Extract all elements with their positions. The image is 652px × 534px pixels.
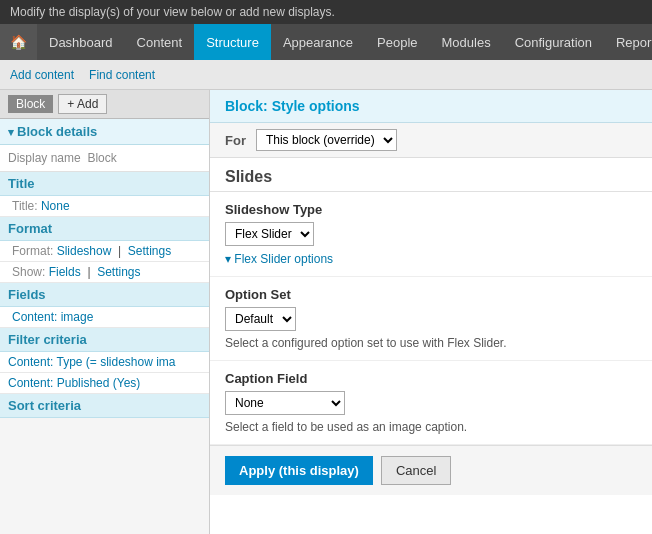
show-value-link[interactable]: Fields bbox=[49, 265, 81, 279]
top-bar-message: Modify the display(s) of your view below… bbox=[10, 5, 335, 19]
title-section[interactable]: Title bbox=[0, 172, 209, 196]
slideshow-type-row: Flex Slider bbox=[225, 222, 637, 246]
panel-title-suffix: Style options bbox=[272, 98, 360, 114]
nav-configuration[interactable]: Configuration bbox=[503, 24, 604, 60]
title-row: Title: None bbox=[0, 196, 209, 217]
caption-field-row: None bbox=[225, 391, 637, 415]
flex-slider-options-link[interactable]: Flex Slider options bbox=[225, 252, 333, 266]
format-section[interactable]: Format bbox=[0, 217, 209, 241]
sidebar-header: Block + Add bbox=[0, 90, 209, 119]
filter-section[interactable]: Filter criteria bbox=[0, 328, 209, 352]
option-set-hint: Select a configured option set to use wi… bbox=[225, 336, 637, 350]
caption-field-group: Caption Field None Select a field to be … bbox=[210, 361, 652, 445]
slideshow-type-group: Slideshow Type Flex Slider Flex Slider o… bbox=[210, 192, 652, 277]
caption-field-label: Caption Field bbox=[225, 371, 637, 386]
display-name-row: Display name Block bbox=[0, 145, 209, 172]
option-set-group: Option Set Default Select a configured o… bbox=[210, 277, 652, 361]
right-panel: Block: Style options For This block (ove… bbox=[210, 90, 652, 534]
top-bar: Modify the display(s) of your view below… bbox=[0, 0, 652, 24]
title-value: None bbox=[41, 199, 70, 213]
format-settings-link[interactable]: Settings bbox=[128, 244, 171, 258]
slideshow-type-label: Slideshow Type bbox=[225, 202, 637, 217]
filter1-value: Content: Type (= slideshow ima bbox=[8, 355, 176, 369]
caption-field-select[interactable]: None bbox=[225, 391, 345, 415]
for-select[interactable]: This block (override) bbox=[256, 129, 397, 151]
show-row: Show: Fields | Settings bbox=[0, 262, 209, 283]
panel-title-prefix: Block: bbox=[225, 98, 268, 114]
nav-bar: 🏠 Dashboard Content Structure Appearance… bbox=[0, 24, 652, 60]
option-set-row: Default bbox=[225, 307, 637, 331]
filter-row-2: Content: Published (Yes) bbox=[0, 373, 209, 394]
cancel-button[interactable]: Cancel bbox=[381, 456, 451, 485]
option-set-select[interactable]: Default bbox=[225, 307, 296, 331]
add-button[interactable]: + Add bbox=[58, 94, 107, 114]
nav-appearance[interactable]: Appearance bbox=[271, 24, 365, 60]
nav-dashboard[interactable]: Dashboard bbox=[37, 24, 125, 60]
nav-content[interactable]: Content bbox=[125, 24, 195, 60]
apply-button[interactable]: Apply (this display) bbox=[225, 456, 373, 485]
filter-row-1: Content: Type (= slideshow ima bbox=[0, 352, 209, 373]
display-name-label: Display name bbox=[8, 151, 81, 165]
slides-title: Slides bbox=[210, 158, 652, 192]
format-value-link[interactable]: Slideshow bbox=[57, 244, 112, 258]
slideshow-type-select[interactable]: Flex Slider bbox=[225, 222, 314, 246]
nav-modules[interactable]: Modules bbox=[430, 24, 503, 60]
content-value: Content: image bbox=[12, 310, 93, 324]
secondary-bar: Add content Find content bbox=[0, 60, 652, 90]
action-bar: Apply (this display) Cancel bbox=[210, 445, 652, 495]
sidebar: Block + Add Block details Display name B… bbox=[0, 90, 210, 534]
home-button[interactable]: 🏠 bbox=[0, 24, 37, 60]
block-tab[interactable]: Block bbox=[8, 95, 53, 113]
nav-structure[interactable]: Structure bbox=[194, 24, 271, 60]
nav-reports[interactable]: Reports bbox=[604, 24, 652, 60]
content-row: Content: image bbox=[0, 307, 209, 328]
main-layout: Block + Add Block details Display name B… bbox=[0, 90, 652, 534]
show-settings-link[interactable]: Settings bbox=[97, 265, 140, 279]
fields-section[interactable]: Fields bbox=[0, 283, 209, 307]
filter2-value: Content: Published (Yes) bbox=[8, 376, 140, 390]
add-content-link[interactable]: Add content bbox=[10, 68, 74, 82]
for-label: For bbox=[225, 133, 246, 148]
sort-section[interactable]: Sort criteria bbox=[0, 394, 209, 418]
option-set-label: Option Set bbox=[225, 287, 637, 302]
block-details-header[interactable]: Block details bbox=[0, 119, 209, 145]
format-row: Format: Slideshow | Settings bbox=[0, 241, 209, 262]
display-name-value: Block bbox=[87, 151, 116, 165]
for-row: For This block (override) bbox=[210, 123, 652, 158]
title-label: Title: bbox=[12, 199, 38, 213]
nav-people[interactable]: People bbox=[365, 24, 429, 60]
panel-title: Block: Style options bbox=[210, 90, 652, 123]
show-label: Show: bbox=[12, 265, 45, 279]
find-content-link[interactable]: Find content bbox=[89, 68, 155, 82]
caption-field-hint: Select a field to be used as an image ca… bbox=[225, 420, 637, 434]
format-label: Format: bbox=[12, 244, 53, 258]
